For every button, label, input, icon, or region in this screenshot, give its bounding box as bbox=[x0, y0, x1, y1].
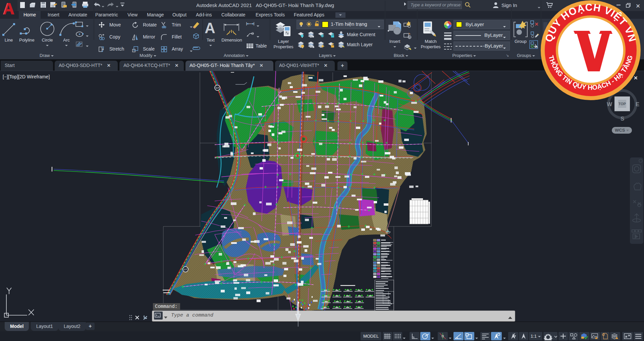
svg-text:W: W bbox=[607, 101, 612, 108]
svg-text:GT: GT bbox=[183, 268, 187, 271]
svg-text:TOP: TOP bbox=[619, 102, 626, 106]
svg-text:S: S bbox=[621, 116, 624, 121]
svg-text:E: E bbox=[636, 101, 639, 108]
svg-text:GT: GT bbox=[215, 86, 219, 89]
